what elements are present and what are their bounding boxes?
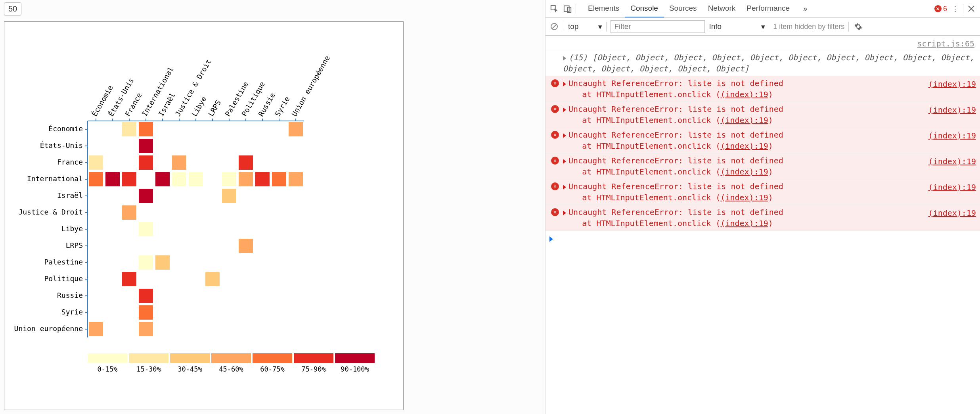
error-source-link[interactable]: (index):19: [928, 181, 976, 193]
hidden-items-label: 1 item hidden by filters: [773, 23, 844, 31]
tab-sources[interactable]: Sources: [664, 0, 702, 17]
svg-text:International: International: [27, 174, 83, 183]
svg-rect-76: [139, 222, 153, 236]
chevron-down-icon: ▾: [598, 22, 602, 31]
svg-rect-65: [155, 172, 170, 186]
svg-text:Économie: Économie: [48, 125, 83, 133]
error-icon: ✕: [551, 105, 559, 113]
svg-text:France: France: [57, 158, 83, 166]
svg-rect-90: [253, 353, 292, 363]
tab-elements[interactable]: Elements: [582, 0, 625, 17]
console-error-row[interactable]: ✕Uncaught ReferenceError: liste is not d…: [546, 128, 980, 153]
error-icon: ✕: [551, 131, 559, 139]
svg-rect-54: [122, 122, 136, 136]
error-icon: ✕: [551, 182, 559, 190]
svg-text:Libye: Libye: [190, 95, 208, 118]
svg-rect-87: [129, 353, 168, 363]
tab-network[interactable]: Network: [702, 0, 741, 17]
stack-link[interactable]: (index):19: [720, 115, 768, 125]
level-selector[interactable]: Info ▾: [709, 22, 765, 31]
stack-link[interactable]: (index):19: [720, 90, 768, 99]
error-count-pill[interactable]: ✕ 6: [934, 5, 947, 13]
threshold-input[interactable]: 50: [4, 2, 21, 15]
svg-text:LRPS: LRPS: [66, 241, 83, 249]
console-settings-icon[interactable]: [853, 21, 864, 32]
svg-text:90-100%: 90-100%: [341, 365, 369, 373]
svg-rect-86: [88, 353, 127, 363]
svg-rect-61: [239, 155, 253, 170]
svg-text:Syrie: Syrie: [61, 308, 83, 316]
svg-text:Union européenne: Union européenne: [290, 54, 331, 118]
console-filter-bar: top ▾ Info ▾ 1 item hidden by filters: [546, 18, 980, 36]
svg-text:Politique: Politique: [44, 274, 83, 283]
stack-link[interactable]: (index):19: [720, 167, 768, 176]
log-text: (15) [Object, Object, Object, Object, Ob…: [563, 53, 979, 73]
svg-text:15-30%: 15-30%: [136, 365, 161, 373]
svg-rect-68: [222, 172, 236, 186]
log-source-link[interactable]: script.js:65: [546, 36, 980, 50]
context-selector[interactable]: top ▾: [568, 22, 602, 31]
level-label: Info: [709, 22, 722, 31]
error-source-link[interactable]: (index):19: [928, 129, 976, 141]
error-source-link[interactable]: (index):19: [928, 207, 976, 218]
device-toggle-icon[interactable]: [562, 3, 573, 14]
stack-link[interactable]: (index):19: [720, 218, 768, 228]
svg-rect-77: [239, 239, 253, 253]
svg-rect-71: [272, 172, 286, 186]
expand-icon[interactable]: [563, 159, 566, 164]
error-count: 6: [943, 5, 947, 13]
svg-rect-101: [564, 6, 569, 12]
svg-rect-92: [335, 353, 375, 363]
console-output[interactable]: script.js:65 (15) [Object, Object, Objec…: [546, 36, 980, 414]
svg-rect-74: [222, 189, 236, 203]
error-icon: ✕: [551, 208, 559, 216]
console-error-row[interactable]: ✕Uncaught ReferenceError: liste is not d…: [546, 102, 980, 128]
error-source-link[interactable]: (index):19: [928, 155, 976, 167]
error-source-link[interactable]: (index):19: [928, 78, 976, 90]
console-error-row[interactable]: ✕Uncaught ReferenceError: liste is not d…: [546, 179, 980, 205]
inspect-element-icon[interactable]: [549, 3, 560, 14]
stack-link[interactable]: (index):19: [720, 193, 768, 202]
expand-icon[interactable]: [563, 211, 566, 215]
svg-text:LRPS: LRPS: [207, 99, 222, 118]
expand-icon[interactable]: [563, 56, 566, 61]
console-filter-input[interactable]: [611, 20, 705, 33]
svg-rect-60: [172, 155, 186, 170]
svg-text:Syrie: Syrie: [273, 95, 291, 118]
svg-rect-55: [139, 122, 153, 136]
svg-rect-88: [170, 353, 210, 363]
expand-icon[interactable]: [563, 133, 566, 138]
stack-link[interactable]: (index):19: [720, 141, 768, 151]
close-devtools-icon[interactable]: [966, 3, 977, 14]
expand-icon[interactable]: [563, 107, 566, 112]
console-log-array[interactable]: (15) [Object, Object, Object, Object, Ob…: [546, 50, 980, 76]
more-tabs-button[interactable]: »: [798, 0, 813, 17]
svg-rect-66: [172, 172, 186, 186]
tab-performance[interactable]: Performance: [741, 0, 795, 17]
console-error-row[interactable]: ✕Uncaught ReferenceError: liste is not d…: [546, 153, 980, 179]
kebab-menu-icon[interactable]: ⋮: [949, 3, 961, 14]
svg-rect-83: [139, 305, 153, 320]
svg-rect-89: [211, 353, 251, 363]
expand-icon[interactable]: [563, 185, 566, 190]
svg-text:Libye: Libye: [61, 224, 83, 233]
svg-rect-62: [89, 172, 103, 186]
console-error-row[interactable]: ✕Uncaught ReferenceError: liste is not d…: [546, 76, 980, 102]
svg-rect-73: [139, 189, 153, 203]
devtools-tabs: ElementsConsoleSourcesNetworkPerformance: [582, 0, 795, 17]
tab-console[interactable]: Console: [625, 0, 664, 17]
expand-icon[interactable]: [563, 82, 566, 86]
console-prompt[interactable]: [546, 231, 980, 248]
svg-rect-81: [205, 272, 220, 286]
svg-text:Israël: Israël: [57, 191, 83, 199]
console-error-row[interactable]: ✕Uncaught ReferenceError: liste is not d…: [546, 205, 980, 231]
error-source-link[interactable]: (index):19: [928, 104, 976, 115]
svg-rect-82: [139, 289, 153, 303]
svg-text:Palestine: Palestine: [44, 258, 83, 266]
svg-text:75-90%: 75-90%: [301, 365, 325, 373]
svg-rect-56: [289, 122, 303, 136]
svg-text:30-45%: 30-45%: [178, 365, 202, 373]
svg-text:Russie: Russie: [57, 291, 83, 299]
chevron-down-icon: ▾: [761, 22, 765, 31]
clear-console-icon[interactable]: [549, 21, 560, 32]
